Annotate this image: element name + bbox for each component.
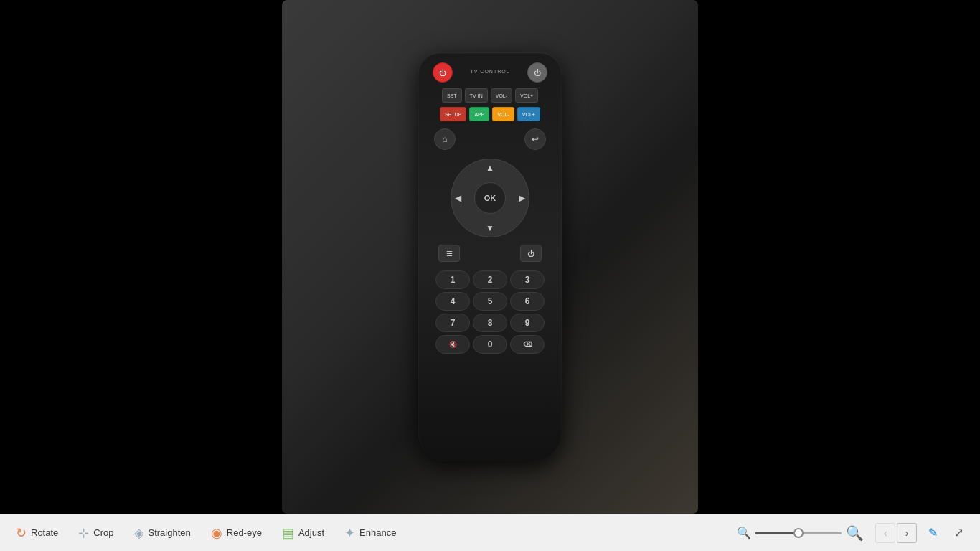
slider-fill: [755, 532, 798, 534]
redeye-icon: ◉: [211, 525, 222, 541]
setup-button: SETUP: [440, 107, 466, 121]
num3-button: 3: [510, 270, 545, 289]
home-back-row: ⌂ ↩: [427, 128, 553, 150]
share-icon-button[interactable]: ⤢: [948, 523, 969, 543]
zoom-slider-area: 🔍 🔍: [737, 524, 870, 542]
dpad-down: ▼: [486, 223, 494, 233]
rotate-label: Rotate: [31, 527, 58, 538]
enhance-button[interactable]: ✦ Enhance: [334, 519, 406, 547]
dpad-right: ▶: [519, 193, 525, 203]
crop-label: Crop: [93, 527, 113, 538]
mute-button: 🔇: [435, 335, 470, 354]
tvin-button: TV IN: [465, 88, 488, 103]
nav-forward-button[interactable]: ›: [897, 523, 917, 543]
main-image-area: ⏻ TV CONTROL ⏻ SET TV IN VOL- VOL+ SETUP…: [0, 0, 980, 514]
adjust-button[interactable]: ▤ Adjust: [272, 519, 334, 547]
numpad-row-2: 4 5 6: [430, 292, 550, 311]
numpad-row-3: 7 8 9: [430, 314, 550, 332]
zoom-out-icon[interactable]: 🔍: [737, 526, 751, 540]
toolbar: ↻ Rotate ⊹ Crop ◈ Straighten ◉ Red-eye ▤…: [0, 514, 980, 551]
edit-icon-button[interactable]: ✎: [923, 523, 943, 543]
volplus-button-top: VOL+: [515, 88, 538, 103]
redeye-label: Red-eye: [227, 527, 262, 538]
num9-button: 9: [510, 314, 545, 332]
numpad-row-4: 🔇 0 ⌫: [430, 335, 550, 354]
back-button: ↩: [524, 128, 546, 150]
left-panel: [0, 0, 143, 476]
slider-thumb[interactable]: [793, 528, 804, 538]
redeye-button[interactable]: ◉ Red-eye: [201, 519, 272, 547]
straighten-button[interactable]: ◈ Straighten: [124, 519, 201, 547]
remote-control: ⏻ TV CONTROL ⏻ SET TV IN VOL- VOL+ SETUP…: [418, 52, 562, 461]
dpad: ▲ ▼ ◀ ▶ OK: [451, 159, 529, 237]
volplus-button-colored: VOL+: [517, 107, 540, 121]
num2-button: 2: [473, 270, 507, 289]
set-button: SET: [442, 88, 462, 103]
control-row-1: SET TV IN VOL- VOL+: [427, 88, 553, 103]
power-red-button: ⏻: [433, 62, 453, 83]
crop-icon: ⊹: [78, 525, 89, 541]
photo-container: ⏻ TV CONTROL ⏻ SET TV IN VOL- VOL+ SETUP…: [282, 0, 698, 514]
dpad-left: ◀: [455, 193, 461, 203]
straighten-icon: ◈: [134, 525, 144, 541]
power-gray-button: ⏻: [527, 62, 547, 83]
enhance-label: Enhance: [359, 527, 396, 538]
volminus-button-colored: VOL-: [492, 107, 514, 121]
ok-button: OK: [474, 182, 506, 214]
num0-button: 0: [473, 335, 507, 354]
num5-button: 5: [473, 292, 507, 311]
tv-control-label: TV CONTROL: [470, 69, 509, 74]
toolbar-right-icons: ✎ ⤢: [917, 523, 974, 543]
num8-button: 8: [473, 314, 507, 332]
home-button: ⌂: [434, 128, 456, 150]
dpad-up: ▲: [486, 163, 494, 173]
zoom-in-icon[interactable]: 🔍: [846, 524, 864, 542]
right-panel: [837, 0, 980, 476]
nav-arrows: ‹ ›: [875, 523, 917, 543]
volminus-button-top: VOL-: [491, 88, 512, 103]
straighten-label: Straighten: [149, 527, 191, 538]
crop-button[interactable]: ⊹ Crop: [68, 519, 123, 547]
enhance-icon: ✦: [344, 525, 355, 541]
numpad: 1 2 3 4 5 6 7 8 9 🔇 0 ⌫: [427, 270, 553, 354]
rotate-icon: ↻: [16, 525, 27, 541]
power-row: ⏻ TV CONTROL ⏻: [427, 62, 553, 83]
backspace-button: ⌫: [510, 335, 545, 354]
num1-button: 1: [435, 270, 470, 289]
adjust-icon: ▤: [282, 525, 294, 541]
nav-back-button[interactable]: ‹: [875, 523, 895, 543]
rotate-button[interactable]: ↻ Rotate: [6, 519, 68, 547]
adjust-label: Adjust: [298, 527, 324, 538]
num7-button: 7: [435, 314, 470, 332]
num4-button: 4: [435, 292, 470, 311]
menu-power-row: ☰ ⏻: [427, 245, 553, 262]
zoom-slider[interactable]: [755, 532, 842, 534]
app-button: APP: [469, 107, 489, 121]
num6-button: 6: [510, 292, 545, 311]
menu-button: ☰: [438, 245, 460, 262]
numpad-row-1: 1 2 3: [430, 270, 550, 289]
power-button-2: ⏻: [520, 245, 542, 262]
colored-row: SETUP APP VOL- VOL+: [427, 107, 553, 121]
